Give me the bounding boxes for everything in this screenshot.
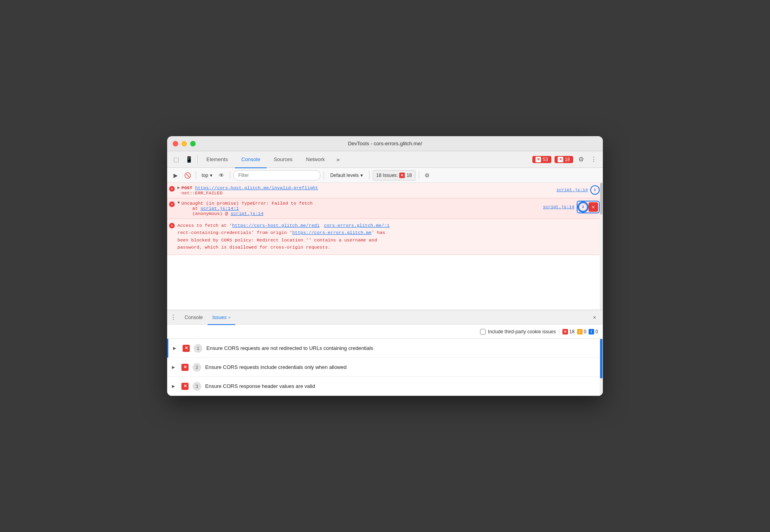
error-count-badge: ✕ 18 [562,329,574,334]
script-link-2a[interactable]: script.js:14:1 [200,206,239,211]
issue-error-icon-1: ✕ [183,345,190,352]
issue-num-3: 3 [192,382,201,391]
more-options-button[interactable]: ⋮ [588,154,600,165]
console-toolbar: ▶ 🚫 top ▾ 👁 Default levels ▾ 18 Issues: … [167,168,603,183]
issues-scrollbar-thumb[interactable] [600,339,602,378]
issues-tab-console[interactable]: Console [180,311,208,325]
settings-button[interactable]: ⚙ [575,154,587,165]
issues-menu-icon[interactable]: ⋮ [170,314,177,321]
error-badge-icon: ✕ [536,157,541,162]
info-count-badge: i 0 [589,329,598,334]
issue-expand-2[interactable]: ▶ [172,365,177,369]
warn-count-icon: ! [577,329,583,334]
warning-badge: ✕ 18 [555,156,573,163]
tab-network[interactable]: Network [300,152,332,168]
source-link-1[interactable]: script.js:14 [557,188,588,192]
toolbar-separator-3 [324,171,324,179]
tab-sources[interactable]: Sources [267,152,299,168]
issue-text-3: Ensure CORS response header values are v… [205,383,598,389]
titlebar: DevTools - cors-errors.glitch.me/ [167,136,603,151]
toolbar-separator-2 [230,171,230,179]
issues-scrollbar[interactable] [600,339,603,396]
message-content-3: Access to fetch at 'https://cors-host.gl… [177,222,600,251]
inspect-element-icon[interactable]: ⬚ [170,154,182,165]
issue-error-icon-2: ✕ [181,364,189,371]
issue-text-2: Ensure CORS requests include credentials… [205,364,598,370]
eye-button[interactable]: 👁 [216,170,227,180]
cors-link-2[interactable]: cors-errors.glitch.me/:1 [324,223,390,228]
console-messages: ✕ ▶ POST https://cors-host.glitch.me/inv… [167,183,603,310]
issue-text-1: Ensure CORS requests are not redirected … [206,345,598,351]
message-content-2: Uncaught (in promise) TypeError: Failed … [181,201,540,216]
issues-tab-issues[interactable]: Issues × [208,311,236,325]
message-right-2: script.js:14 ⬇ ✕ [540,201,600,213]
issue-row-3[interactable]: ▶ ✕ 3 Ensure CORS response header values… [167,377,603,396]
message-right-1: script.js:14 ⬇ [553,185,600,195]
minimize-button[interactable] [181,141,187,146]
download-action-1[interactable]: ⬇ [590,185,600,195]
filter-input[interactable] [233,170,320,180]
clear-console-button[interactable]: ▶ [170,170,181,180]
toolbar-separator-1 [196,171,196,179]
cors-link-3[interactable]: https://cors-errors.glitch.me [292,230,372,235]
more-tabs-button[interactable]: » [332,154,344,165]
expand-arrow-2[interactable]: ▼ [177,201,180,205]
action-group-highlighted: ⬇ ✕ [577,201,600,213]
issues-filter-bar: Include third-party cookie issues ✕ 18 !… [167,325,603,339]
source-link-2[interactable]: script.js:14 [543,205,574,209]
issues-x-icon: ✕ [399,173,405,178]
issues-panel: ⋮ Console Issues × × Include third-party… [167,310,603,396]
tab-console[interactable]: Console [235,152,267,168]
issue-expand-1[interactable]: ▶ [173,346,179,350]
issues-badge[interactable]: 18 Issues: ✕ 18 [373,170,415,180]
warning-badge-icon: ✕ [558,157,563,162]
error-count-icon: ✕ [562,329,568,334]
issues-count-badges: ✕ 18 ! 0 i 0 [559,329,598,334]
download-action-2[interactable]: ⬇ [578,202,588,212]
warn-count-badge: ! 0 [577,329,587,334]
window-title: DevTools - cors-errors.glitch.me/ [348,141,422,146]
error-icon-1: ✕ [169,186,175,192]
info-count-icon: i [589,329,594,334]
close-button[interactable] [173,141,178,146]
issue-row-2[interactable]: ▶ ✕ 2 Ensure CORS requests include crede… [167,358,603,377]
console-scrollbar[interactable] [600,183,603,310]
expand-arrow-1[interactable]: ▶ [177,185,180,190]
issue-expand-3[interactable]: ▶ [172,384,177,388]
cors-link-1[interactable]: https://cors-host.glitch.me/redi [232,223,320,228]
no-entry-button[interactable]: 🚫 [182,170,192,180]
third-party-checkbox[interactable] [480,329,486,334]
maximize-button[interactable] [190,141,196,146]
console-settings-button[interactable]: ⚙ [422,170,433,180]
devtools-tab-bar: ⬚ 📱 Elements Console Sources Network » ✕… [167,151,603,168]
post-url-link[interactable]: https://cors-host.glitch.me/invalid-pref… [195,185,318,190]
error-icon-2: ✕ [169,201,175,207]
issue-error-icon-3: ✕ [181,383,189,390]
context-selector[interactable]: top ▾ [199,172,215,179]
issues-list: ▶ ✕ 1 Ensure CORS requests are not redir… [167,339,603,396]
third-party-checkbox-label[interactable]: Include third-party cookie issues [480,329,556,334]
issue-num-2: 2 [192,363,201,372]
devtools-window: DevTools - cors-errors.glitch.me/ ⬚ 📱 El… [167,136,603,396]
message-content-1: POST https://cors-host.glitch.me/invalid… [181,185,553,196]
device-toolbar-icon[interactable]: 📱 [183,154,195,165]
issue-row-1[interactable]: ▶ ✕ 1 Ensure CORS requests are not redir… [167,339,603,358]
tab-separator [197,155,198,164]
console-message-3: ✕ Access to fetch at 'https://cors-host.… [167,219,603,255]
console-scrollbar-thumb[interactable] [600,183,602,215]
issues-tab-bar: ⋮ Console Issues × × [167,310,603,325]
tab-elements[interactable]: Elements [200,152,234,168]
console-message-1: ✕ ▶ POST https://cors-host.glitch.me/inv… [167,183,603,198]
error-badge: ✕ 53 [532,156,551,163]
default-levels-button[interactable]: Default levels ▾ [327,170,366,180]
script-link-2b[interactable]: script.js:14 [231,211,263,216]
remove-action-2[interactable]: ✕ [589,202,598,212]
console-message-2: ✕ ▼ Uncaught (in promise) TypeError: Fai… [167,198,603,219]
error-icon-3: ✕ [169,222,175,229]
window-controls [173,141,196,146]
close-issues-tab[interactable]: × [228,315,231,320]
close-panel-button[interactable]: × [589,312,600,323]
toolbar-separator-4 [369,171,370,179]
toolbar-separator-5 [419,171,419,179]
issue-num-1: 1 [194,344,202,353]
